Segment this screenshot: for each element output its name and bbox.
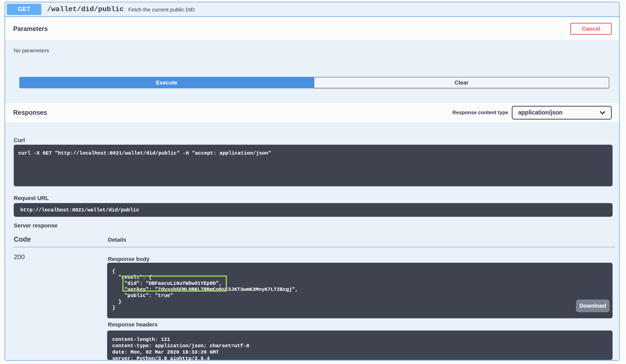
parameters-section-header: Parameters Cancel xyxy=(5,17,619,41)
swagger-page: GET /wallet/did/public Fetch the current… xyxy=(0,0,626,364)
details-column-header: Details xyxy=(108,237,126,243)
download-button[interactable]: Download xyxy=(576,300,609,312)
responses-title: Responses xyxy=(13,109,47,116)
table-header-divider xyxy=(14,247,615,247)
response-headers-label: Response headers xyxy=(108,321,158,328)
response-headers-box: content-length: 121 content-type: applic… xyxy=(107,330,613,360)
status-code: 200 xyxy=(14,253,25,261)
cancel-button[interactable]: Cancel xyxy=(570,23,612,35)
response-body-label: Response body xyxy=(108,256,150,262)
opblock-get: GET /wallet/did/public Fetch the current… xyxy=(5,2,620,361)
execute-row: Execute Clear xyxy=(19,77,609,88)
clear-button[interactable]: Clear xyxy=(314,77,609,88)
request-url-box: http://localhost:8021/wallet/did/public xyxy=(14,203,613,217)
operation-summary[interactable]: GET /wallet/did/public Fetch the current… xyxy=(5,2,619,17)
response-headers-text: content-length: 121 content-type: applic… xyxy=(107,330,613,362)
responses-section-header: Responses Response content type applicat… xyxy=(5,103,619,123)
endpoint-description: Fetch the current public DID xyxy=(128,6,194,13)
response-body-box: { "result": { "did": "DBFaacuLi6uYWDwd1Y… xyxy=(107,263,613,318)
code-column-header: Code xyxy=(14,236,31,243)
response-content-type-select[interactable]: application/json xyxy=(512,106,612,120)
method-badge: GET xyxy=(7,4,41,15)
no-parameters-text: No parameters xyxy=(14,47,49,54)
server-response-label: Server response xyxy=(14,222,57,229)
request-url-label: Request URL xyxy=(14,195,49,202)
execute-button[interactable]: Execute xyxy=(19,77,314,88)
response-content-type-label: Response content type xyxy=(452,110,508,115)
parameters-title: Parameters xyxy=(13,25,48,32)
endpoint-path: /wallet/did/public xyxy=(47,5,124,13)
chevron-down-icon xyxy=(600,109,605,114)
selected-content-type: application/json xyxy=(518,109,563,116)
curl-label: Curl xyxy=(14,137,25,144)
response-content-type-wrap: Response content type application/json xyxy=(452,106,612,120)
curl-command-box: curl -X GET "http://localhost:8021/walle… xyxy=(14,145,613,186)
response-body-json: { "result": { "did": "DBFaacuLi6uYWDwd1Y… xyxy=(107,263,613,311)
